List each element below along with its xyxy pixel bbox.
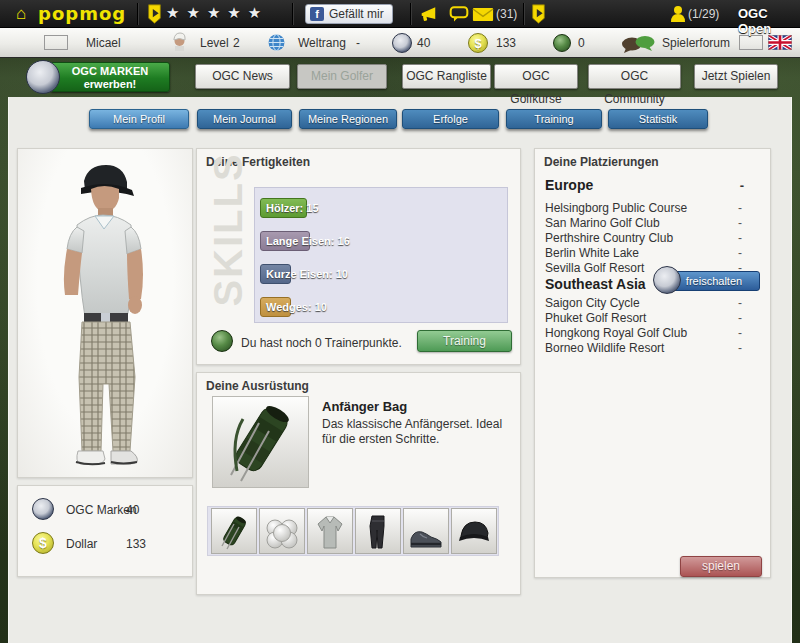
tab-ogc-rangliste[interactable]: OGC Rangliste [402,64,491,89]
equipment-slot-golf-balls[interactable] [259,508,305,554]
course-name[interactable]: Saigon City Cycle [545,296,640,310]
wallet-marken-value: 40 [126,503,139,517]
pennant-icon[interactable] [530,4,547,28]
skills-watermark: SKILLS [206,152,251,306]
level-label: Level [200,36,229,50]
top-bar: ⌂ popmog ★★★★★ f Gefällt mir (31) (1/29)… [0,0,800,28]
course-name[interactable]: Helsingborg Public Course [545,201,687,215]
subtab-erfolge[interactable]: Erfolge [402,109,499,129]
equipment-slot-pants[interactable] [355,508,401,554]
course-name[interactable]: Phuket Golf Resort [545,311,646,325]
subtab-meine-regionen[interactable]: Meine Regionen [299,109,397,129]
avatar-panel [17,148,193,478]
mail-count: (31) [496,7,517,21]
course-value: - [738,246,742,260]
main-content: Mein Profil Mein Journal Meine Regionen … [8,97,792,643]
skill-bar-label: Kurze Eisen: 10 [266,268,348,280]
equipment-slot-polo-shirt[interactable] [307,508,353,554]
wallet-dollar-label: Dollar [66,537,97,551]
skill-bar-label: Wedges: 10 [266,301,327,313]
golfer-avatar-icon [172,32,187,54]
subtab-training[interactable]: Training [506,109,602,129]
region-europe-value: - [740,178,744,193]
marken-coin-icon [26,60,60,94]
golf-ball-icon [553,34,571,52]
golf-bag-image [213,397,308,487]
course-name[interactable]: Perthshire Country Club [545,231,673,245]
facebook-like-button[interactable]: f Gefällt mir [305,4,393,24]
popmog-logo[interactable]: popmog [38,3,126,24]
forum-icon [620,35,656,56]
course-name[interactable]: Hongkong Royal Golf Club [545,326,687,340]
tab-ogc-community[interactable]: OGC Community [588,64,681,89]
tab-jetzt-spielen[interactable]: Jetzt Spielen [694,64,778,89]
course-value: - [738,296,742,310]
course-value: - [738,231,742,245]
course-value: - [738,341,742,355]
play-button[interactable]: spielen [680,556,762,577]
placements-panel: Deine Platzierungen Europe - Helsingborg… [534,148,771,578]
home-icon[interactable]: ⌂ [16,4,26,24]
german-language-flag[interactable] [739,35,763,50]
golfer-avatar-image [18,149,190,475]
tab-mein-golfer[interactable]: Mein Golfer [297,64,387,89]
level-value: 2 [233,36,240,50]
pennant-icon[interactable] [146,4,163,28]
subtab-mein-profil[interactable]: Mein Profil [89,109,189,129]
skill-bar-lange-eisen: Lange Eisen: 16 [260,231,310,251]
dollar-value: 133 [496,36,516,50]
course-name[interactable]: Berlin White Lake [545,246,639,260]
divider [137,3,138,25]
divider [523,3,524,25]
equipment-title: Deine Ausrüstung [206,379,309,393]
subtab-statistik[interactable]: Statistik [608,109,708,129]
tab-ogc-golfkurse[interactable]: OGC Golfkurse [494,64,578,89]
course-name[interactable]: Borneo Wildlife Resort [545,341,664,355]
equipment-item-name: Anfänger Bag [322,399,407,414]
dollar-coin-icon: $ [468,33,488,53]
equipment-item-image[interactable] [212,396,309,488]
skills-panel: Deine Fertigkeiten SKILLS Hölzer: 15 Lan… [196,148,521,365]
subtab-mein-journal[interactable]: Mein Journal [197,109,292,129]
ogc-marken-coin-icon [392,33,412,53]
training-button[interactable]: Training [417,330,512,352]
trainer-ball-icon [211,330,233,352]
main-navigation: OGC MARKEN erwerben! OGC News Mein Golfe… [0,58,800,97]
buy-marken-line2: erwerben! [51,78,169,91]
skill-bar-label: Lange Eisen: 16 [266,235,350,247]
skill-bar-label: Hölzer: 15 [266,202,319,214]
equipment-slot-shoes[interactable] [403,508,449,554]
equipment-slot-golf-bag[interactable] [211,508,257,554]
divider [292,3,293,25]
rank-value: - [356,36,360,50]
facebook-icon: f [310,7,324,21]
friends-icon[interactable] [670,5,686,27]
course-name[interactable]: San Marino Golf Club [545,216,660,230]
tab-ogc-news[interactable]: OGC News [195,64,290,89]
equipment-slot-cap[interactable] [451,508,497,554]
buy-marken-line1: OGC MARKEN [51,65,169,78]
megaphone-icon[interactable] [420,5,442,27]
course-value: - [738,216,742,230]
unlock-button[interactable]: freischalten [668,271,760,291]
placements-title: Deine Platzierungen [544,155,659,169]
globe-icon [268,34,285,54]
skill-bar-kurze-eisen: Kurze Eisen: 10 [260,264,291,284]
facebook-like-label: Gefällt mir [329,7,384,21]
mail-icon[interactable] [472,7,494,26]
equipment-panel: Deine Ausrüstung Anfänger Bag Das klassi… [196,372,521,595]
course-name[interactable]: Sevilla Golf Resort [545,261,644,275]
chat-icon[interactable] [449,5,469,27]
germany-flag-icon [44,35,68,50]
divider [410,3,411,25]
forum-link[interactable]: Spielerforum [662,36,730,50]
game-title: OGC Open [738,6,800,36]
wallet-dollar-value: 133 [126,537,146,551]
dollar-coin-icon: $ [32,532,54,554]
username[interactable]: Micael [86,36,121,50]
english-language-flag[interactable] [768,35,792,53]
region-southeast-asia: Southeast Asia [545,276,646,292]
rating-stars[interactable]: ★★★★★ [166,4,268,22]
unlock-coin-icon [653,266,681,294]
buy-marken-button[interactable]: OGC MARKEN erwerben! [50,62,170,92]
